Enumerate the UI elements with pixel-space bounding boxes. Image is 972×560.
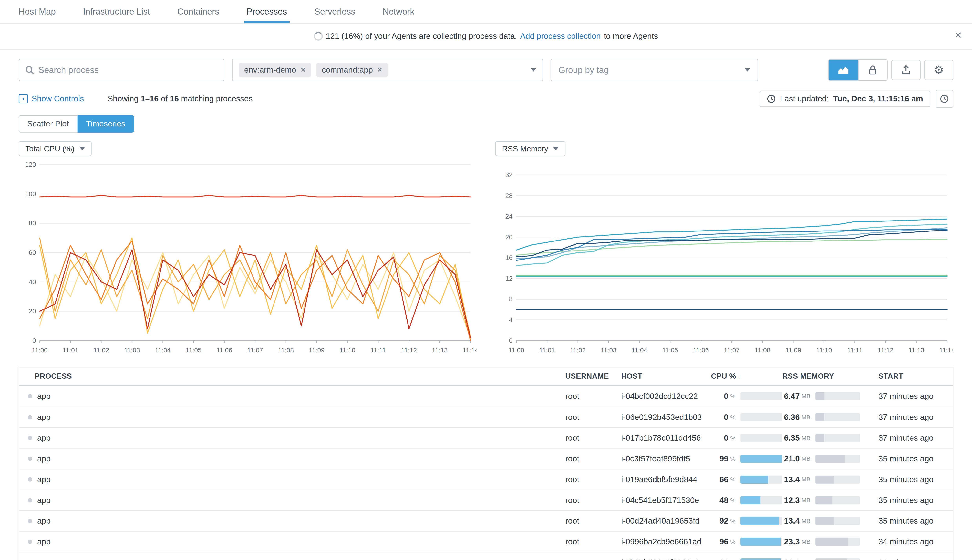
host-cell: i-0c3f57feaf899fdf5 [621, 454, 711, 463]
table-row[interactable]: approoti-0b97b58174f8206a896%22.8MB34 mi… [19, 552, 953, 560]
table-row[interactable]: approoti-00d24ad40a19653fd92%13.4MB35 mi… [19, 510, 953, 531]
metric-selector-cpu[interactable]: Total CPU (%) [18, 141, 92, 156]
remove-tag-icon[interactable]: ✕ [377, 66, 382, 73]
tag-pill-label: env:arm-demo [244, 65, 296, 75]
cpu-unit: % [730, 538, 736, 545]
memory-timeseries-chart[interactable]: 04812162024283211:0011:0111:0211:0311:04… [495, 160, 954, 357]
column-header-start[interactable]: START [878, 372, 953, 380]
column-header-cpu-[interactable]: CPU % ↓ [711, 372, 782, 380]
rss: 22.8MB [782, 558, 878, 560]
process-name: app [37, 558, 50, 560]
nav-item-host-map[interactable]: Host Map [5, 0, 69, 23]
cpu: 96% [711, 558, 782, 560]
controls-row: › Show Controls Showing 1–16 of 16 match… [0, 81, 972, 108]
cpu-value: 0 [711, 433, 728, 443]
remove-tag-icon[interactable]: ✕ [300, 66, 306, 73]
cpu-timeseries-chart[interactable]: 02040608010012011:0011:0111:0211:0311:04… [18, 160, 477, 357]
nav-item-processes[interactable]: Processes [233, 0, 301, 23]
rss-value: 13.4 [782, 516, 800, 525]
cpu-chart-panel: Total CPU (%) 02040608010012011:0011:011… [18, 141, 477, 357]
lock-view-button[interactable] [858, 60, 887, 80]
svg-text:100: 100 [25, 190, 36, 198]
tag-pill: command:app✕ [316, 63, 388, 77]
table-row[interactable]: approoti-04bcf002dcd12cc220%6.47MB37 min… [19, 386, 953, 407]
rss-value: 13.4 [782, 475, 800, 484]
add-process-collection-link[interactable]: Add process collection [520, 32, 601, 41]
cpu: 0% [711, 433, 782, 443]
cpu-value: 66 [711, 475, 728, 484]
cpu-value: 0 [711, 413, 728, 422]
table-row[interactable]: approoti-04c541eb5f171530e48%12.3MB35 mi… [19, 490, 953, 510]
cpu-value: 48 [711, 496, 728, 505]
table-row[interactable]: approoti-017b1b78c011dd4560%6.35MB37 min… [19, 427, 953, 448]
timeseries-tab[interactable]: Timeseries [77, 115, 134, 133]
search-icon [25, 66, 34, 74]
process-cell: app [19, 558, 565, 560]
rss-bar [815, 434, 860, 442]
nav-item-infrastructure-list[interactable]: Infrastructure List [69, 0, 164, 23]
group-by-placeholder: Group by tag [559, 65, 609, 75]
column-header-rss-memory[interactable]: RSS MEMORY [782, 372, 878, 380]
cpu-value: 99 [711, 454, 728, 463]
search-input[interactable] [38, 65, 217, 75]
host-cell: i-0b97b58174f8206a8 [621, 558, 711, 560]
nav-item-network[interactable]: Network [369, 0, 428, 23]
start-cell: 35 minutes ago [878, 496, 953, 505]
nav-item-serverless[interactable]: Serverless [301, 0, 369, 23]
column-header-host[interactable]: HOST [621, 372, 711, 380]
chart-type-group [828, 59, 888, 81]
rss-value: 6.35 [782, 433, 800, 443]
column-header-process[interactable]: PROCESS [19, 372, 565, 380]
process-name: app [37, 516, 50, 525]
top-nav: Host MapInfrastructure ListContainersPro… [0, 0, 972, 23]
filter-row: env:arm-demo✕command:app✕ Group by tag [0, 50, 972, 81]
username-cell: root [565, 496, 621, 505]
scatter-plot-tab[interactable]: Scatter Plot [18, 115, 77, 133]
process-status-dot [28, 477, 32, 482]
start-cell: 37 minutes ago [878, 433, 953, 443]
rss-bar [815, 496, 860, 504]
timeseries-view-button[interactable] [829, 60, 858, 80]
start-cell: 35 minutes ago [878, 516, 953, 525]
process-cell: app [19, 537, 565, 546]
cpu-unit: % [730, 435, 736, 442]
banner-suffix: to more Agents [604, 32, 658, 41]
settings-button[interactable]: ⚙ [924, 60, 954, 80]
svg-text:11:13: 11:13 [432, 347, 448, 354]
show-controls-link[interactable]: › Show Controls [18, 94, 84, 103]
close-icon[interactable]: ✕ [954, 30, 962, 40]
cpu-unit: % [730, 414, 736, 421]
process-table: PROCESSUSERNAMEHOSTCPU % ↓RSS MEMORYSTAR… [18, 367, 954, 560]
clock-icon [767, 95, 776, 103]
table-row[interactable]: approoti-019ae6dbf5fe9d84466%13.4MB35 mi… [19, 469, 953, 490]
svg-text:11:02: 11:02 [94, 347, 109, 354]
search-process-box[interactable] [18, 59, 224, 81]
svg-text:11:14: 11:14 [939, 347, 954, 354]
export-button[interactable] [892, 60, 920, 80]
svg-text:11:05: 11:05 [662, 347, 678, 354]
rss-value: 6.36 [782, 413, 800, 422]
metric-selector-memory[interactable]: RSS Memory [495, 141, 565, 156]
cpu-unit: % [730, 476, 736, 483]
table-row[interactable]: approoti-0c3f57feaf899fdf599%21.0MB35 mi… [19, 448, 953, 469]
svg-text:11:12: 11:12 [401, 347, 417, 354]
column-header-username[interactable]: USERNAME [565, 372, 621, 380]
last-updated-label: Last updated: [780, 94, 829, 103]
tag-pill-label: command:app [322, 65, 373, 75]
table-row[interactable]: approoti-0996ba2cb9e6661ad96%23.3MB34 mi… [19, 531, 953, 552]
charts-section: Total CPU (%) 02040608010012011:0011:011… [0, 133, 972, 357]
area-chart-icon [838, 66, 849, 74]
tag-filter-dropdown[interactable]: env:arm-demo✕command:app✕ [232, 59, 543, 81]
group-by-tag-dropdown[interactable]: Group by tag [550, 59, 758, 81]
username-cell: root [565, 392, 621, 401]
rss-value: 22.8 [782, 558, 800, 560]
svg-text:8: 8 [509, 296, 512, 303]
cpu-bar [741, 413, 782, 421]
nav-item-containers[interactable]: Containers [164, 0, 233, 23]
refresh-history-button[interactable] [935, 90, 954, 108]
cpu-value: 96 [711, 558, 728, 560]
svg-text:11:10: 11:10 [340, 347, 355, 354]
processes-page: Host MapInfrastructure ListContainersPro… [0, 0, 972, 560]
rss-unit: MB [801, 559, 810, 560]
table-row[interactable]: approoti-06e0192b453ed1b030%6.36MB37 min… [19, 407, 953, 427]
